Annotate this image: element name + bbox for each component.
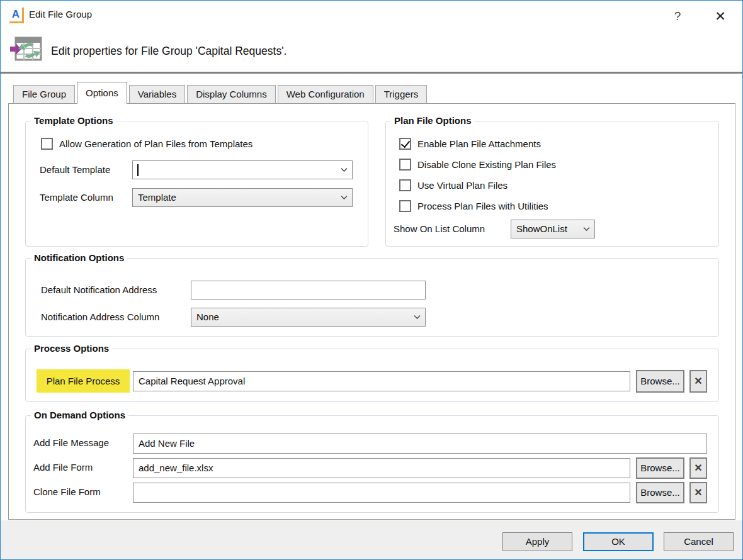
template-options-title: Template Options [31, 115, 116, 126]
add-file-form-input[interactable]: add_new_file.xlsx [133, 458, 630, 478]
plan-file-process-clear-button[interactable]: ✕ [689, 370, 707, 393]
allow-generation-checkbox[interactable] [41, 138, 53, 150]
tab-options[interactable]: Options [77, 82, 127, 104]
process-plan-files-utilities-label: Process Plan Files with Utilities [417, 201, 548, 211]
add-file-form-browse-button[interactable]: Browse... [636, 457, 684, 479]
chevron-down-icon [341, 168, 348, 172]
process-options-group: Process Options Plan File Process Capita… [25, 349, 719, 402]
apply-button[interactable]: Apply [502, 532, 572, 551]
app-logo-icon: A [9, 8, 24, 23]
chevron-down-icon [414, 315, 421, 320]
enable-plan-file-attachments-label: Enable Plan File Attachments [417, 138, 541, 149]
clone-file-form-input[interactable] [133, 483, 630, 503]
notification-options-group: Notification Options Default Notificatio… [25, 258, 719, 337]
tab-file-group[interactable]: File Group [13, 85, 75, 103]
notification-address-column-label: Notification Address Column [41, 311, 159, 322]
template-column-combobox[interactable]: Template [132, 188, 353, 207]
titlebar: A Edit File Group ? ✕ [1, 1, 742, 30]
chevron-down-icon [583, 227, 590, 232]
help-button[interactable]: ? [669, 8, 686, 25]
tab-triggers[interactable]: Triggers [375, 85, 427, 103]
window-title: Edit File Group [29, 9, 92, 20]
use-virtual-plan-files-label: Use Virtual Plan Files [417, 180, 508, 191]
plan-file-process-label: Plan File Process [37, 369, 130, 393]
default-template-label: Default Template [40, 164, 110, 175]
edit-file-group-dialog: A Edit File Group ? ✕ Edit properties fo… [0, 0, 743, 560]
template-options-group: Template Options Allow Generation of Pla… [25, 121, 368, 247]
plan-file-process-input[interactable]: Capital Request Approval [133, 371, 630, 391]
plan-file-options-group: Plan File Options Enable Plan File Attac… [385, 121, 719, 247]
dialog-description: Edit properties for File Group 'Capital … [51, 45, 286, 58]
ok-button[interactable]: OK [583, 532, 654, 551]
process-options-title: Process Options [31, 343, 112, 354]
header-separator [1, 72, 742, 74]
tab-web-configuration[interactable]: Web Configuration [278, 85, 373, 103]
options-tab-panel: Template Options Allow Generation of Pla… [8, 103, 735, 520]
on-demand-options-title: On Demand Options [31, 410, 128, 420]
process-plan-files-utilities-checkbox[interactable] [399, 200, 411, 212]
plan-file-process-browse-button[interactable]: Browse... [636, 370, 684, 393]
notification-options-title: Notification Options [31, 252, 127, 263]
clone-file-form-label: Clone File Form [33, 486, 101, 497]
enable-plan-file-attachments-checkbox[interactable] [399, 138, 411, 150]
default-template-combobox[interactable] [132, 160, 353, 179]
template-column-label: Template Column [40, 192, 113, 203]
tab-display-columns[interactable]: Display Columns [187, 85, 276, 103]
clone-file-form-clear-button[interactable]: ✕ [689, 482, 707, 503]
allow-generation-label: Allow Generation of Plan Files from Temp… [59, 138, 252, 149]
use-virtual-plan-files-checkbox[interactable] [399, 179, 411, 191]
chevron-down-icon [341, 196, 348, 200]
file-group-sync-icon [9, 36, 42, 65]
close-icon[interactable]: ✕ [711, 7, 730, 26]
add-file-message-input[interactable]: Add New File [133, 434, 707, 454]
plan-file-options-title: Plan File Options [391, 115, 475, 126]
text-caret [137, 164, 139, 176]
tab-strip: File Group Options Variables Display Col… [13, 82, 427, 104]
clone-file-form-browse-button[interactable]: Browse... [636, 482, 684, 503]
cancel-button[interactable]: Cancel [664, 532, 734, 551]
add-file-message-label: Add File Message [33, 437, 109, 448]
default-notification-address-label: Default Notification Address [41, 284, 157, 295]
footer-bar: Apply OK Cancel [1, 520, 742, 560]
disable-clone-existing-label: Disable Clone Existing Plan Files [417, 159, 556, 170]
add-file-form-clear-button[interactable]: ✕ [689, 457, 707, 479]
tab-variables[interactable]: Variables [129, 85, 185, 103]
default-notification-address-input[interactable] [191, 281, 426, 300]
notification-address-column-combobox[interactable]: None [191, 308, 426, 327]
show-on-list-column-combobox[interactable]: ShowOnList [511, 220, 595, 238]
show-on-list-column-label: Show On List Column [394, 223, 485, 234]
on-demand-options-group: On Demand Options Add File Message Add N… [25, 415, 719, 513]
disable-clone-existing-checkbox[interactable] [399, 159, 411, 171]
add-file-form-label: Add File Form [33, 462, 93, 473]
